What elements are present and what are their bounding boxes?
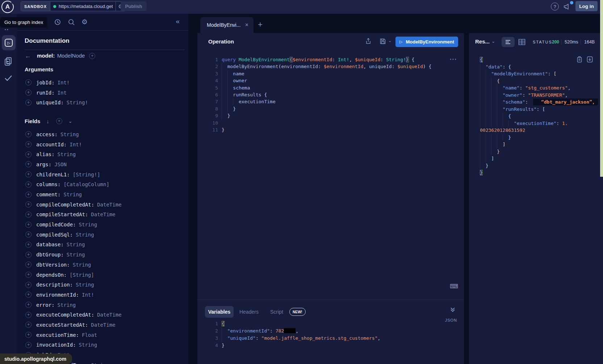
schema-field-row[interactable]: +dependsOn:[String] <box>25 270 188 280</box>
add-field-icon[interactable]: + <box>25 252 32 258</box>
schema-field-row[interactable]: +access:String <box>25 129 188 139</box>
add-all-fields-icon[interactable]: + <box>56 118 62 124</box>
view-table-toggle[interactable] <box>518 39 525 45</box>
view-tree-toggle[interactable] <box>502 37 515 47</box>
schema-field-row[interactable]: +executeStartedAt:DateTime <box>25 320 188 330</box>
settings-gear-icon[interactable]: ⚙ <box>81 18 89 26</box>
add-field-icon[interactable]: + <box>25 201 32 208</box>
tab-close-icon[interactable]: × <box>245 22 248 28</box>
run-operation-button[interactable]: ▷ ModelByEnvironment <box>395 37 458 47</box>
add-tab-button[interactable]: + <box>258 20 263 29</box>
schema-field-row[interactable]: +dbtVersion:String <box>25 260 188 270</box>
add-field-icon[interactable]: + <box>25 231 32 238</box>
line-number: 7 <box>197 98 222 105</box>
save-icon[interactable] <box>380 38 386 45</box>
editor-more-icon[interactable]: ⋯ <box>449 55 457 63</box>
schema-field-row[interactable]: +uniqueId:String! <box>25 97 188 108</box>
add-field-icon[interactable]: + <box>25 272 32 278</box>
schema-field-row[interactable]: +alias:String <box>25 149 188 159</box>
schema-field-row[interactable]: +args:JSON <box>25 159 188 170</box>
schema-field-row[interactable]: +jobId:Int! <box>25 78 188 88</box>
schema-field-row[interactable]: +compileStartedAt:DateTime <box>25 210 188 220</box>
sort-icon[interactable]: ↓ <box>46 118 49 124</box>
schema-rail-item[interactable] <box>4 57 13 67</box>
schema-field-row[interactable]: +runId:Int <box>25 88 188 98</box>
variables-editor[interactable]: 1{2"environmentId": 782,3"uniqueId": "mo… <box>197 320 464 349</box>
apollo-logo[interactable]: A <box>1 1 14 13</box>
schema-field-row[interactable]: +comment:String <box>25 189 188 200</box>
add-field-icon[interactable]: + <box>89 53 95 59</box>
add-field-icon[interactable]: + <box>25 332 32 338</box>
schema-field-row[interactable]: +environmentId:Int! <box>25 290 188 300</box>
add-field-icon[interactable]: + <box>25 212 32 218</box>
field-name: compileStartedAt: <box>36 212 88 217</box>
tab-script[interactable]: Script <box>270 309 283 315</box>
add-field-icon[interactable]: + <box>25 171 32 177</box>
schema-field-row[interactable]: +accountId:Int! <box>25 139 188 150</box>
chevron-down-icon[interactable]: ⌄ <box>68 118 72 124</box>
field-name: uniqueId: <box>36 100 64 105</box>
explorer-rail-item[interactable]: ▷ <box>2 35 16 50</box>
schema-field-row[interactable]: +compileCompletedAt:DateTime <box>25 200 188 210</box>
tooltip: Go to graph index <box>0 17 47 28</box>
publish-button[interactable]: Publish <box>121 1 147 11</box>
field-name: description: <box>36 282 73 288</box>
schema-field-row[interactable]: +compiledCode:String <box>25 219 188 230</box>
field-type: Int <box>58 90 67 96</box>
add-field-icon[interactable]: + <box>25 342 32 348</box>
schema-field-row[interactable]: +compiledSql:String <box>25 230 188 240</box>
code-line: { <box>480 78 603 85</box>
schema-field-row[interactable]: +childrenL1:[String!] <box>25 170 188 180</box>
schema-field-row[interactable]: +invocationId:String <box>25 340 188 350</box>
schema-field-row[interactable]: +executeCompletedAt:DateTime <box>25 310 188 320</box>
model-type-link[interactable]: ModelNode <box>57 53 85 59</box>
response-dropdown-icon[interactable]: ⌄ <box>491 39 495 44</box>
add-field-icon[interactable]: + <box>25 161 32 167</box>
add-field-icon[interactable]: + <box>25 242 32 248</box>
code-line: 4owner <box>197 77 464 84</box>
schema-field-row[interactable]: +executionTime:Float <box>25 330 188 340</box>
code-line: 2"environmentId": 782, <box>197 327 464 335</box>
schema-field-row[interactable]: +error:String <box>25 300 188 310</box>
add-field-icon[interactable]: + <box>25 222 32 228</box>
save-dropdown-icon[interactable]: ⌄ <box>388 38 391 43</box>
schema-field-row[interactable]: +database:String <box>25 240 188 250</box>
add-field-icon[interactable]: + <box>25 262 32 268</box>
graphql-editor[interactable]: 1query ModelByEnvironment($environmentId… <box>197 51 464 133</box>
back-arrow-icon[interactable]: ← <box>25 52 33 60</box>
add-field-icon[interactable]: + <box>25 292 32 298</box>
tab-modelbyenvironment[interactable]: ModelByEnvi... × <box>200 17 254 33</box>
add-field-icon[interactable]: + <box>25 151 32 158</box>
download-response-icon[interactable] <box>587 56 593 63</box>
graph-index-icon[interactable]: •• <box>5 28 9 32</box>
login-button[interactable]: Log in <box>575 1 598 11</box>
tab-headers[interactable]: Headers <box>239 309 259 315</box>
schema-field-row[interactable]: +columns:[CatalogColumn] <box>25 180 188 190</box>
collapse-panel-icon[interactable]: « <box>176 17 180 25</box>
add-field-icon[interactable]: + <box>25 322 32 328</box>
code-line: ] <box>480 141 603 148</box>
schema-field-row[interactable]: +description:String <box>25 280 188 290</box>
add-field-icon[interactable]: + <box>25 282 32 288</box>
add-field-icon[interactable]: + <box>25 312 32 318</box>
copy-response-icon[interactable] <box>577 56 582 63</box>
run-label: ModelByEnvironment <box>406 39 454 45</box>
keyboard-shortcuts-icon[interactable]: ⌨ <box>450 283 458 290</box>
add-field-icon[interactable]: + <box>25 302 32 308</box>
add-field-icon[interactable]: + <box>25 192 32 198</box>
add-field-icon[interactable]: + <box>25 131 32 137</box>
add-field-icon[interactable]: + <box>25 141 32 147</box>
checks-rail-item[interactable] <box>4 74 13 82</box>
collapse-variables-icon[interactable] <box>449 306 456 313</box>
add-field-icon[interactable]: + <box>25 100 32 106</box>
endpoint-url-input[interactable]: https://metadata.cloud.get <box>50 2 116 11</box>
history-icon[interactable] <box>54 18 61 26</box>
tab-variables[interactable]: Variables <box>205 306 234 318</box>
add-field-icon[interactable]: + <box>25 89 32 96</box>
search-icon[interactable] <box>68 18 75 26</box>
add-field-icon[interactable]: + <box>25 79 32 85</box>
add-field-icon[interactable]: + <box>25 181 32 188</box>
schema-field-row[interactable]: +dbtGroup:String <box>25 250 188 260</box>
share-icon[interactable] <box>365 38 372 45</box>
help-icon[interactable]: ? <box>551 3 559 11</box>
